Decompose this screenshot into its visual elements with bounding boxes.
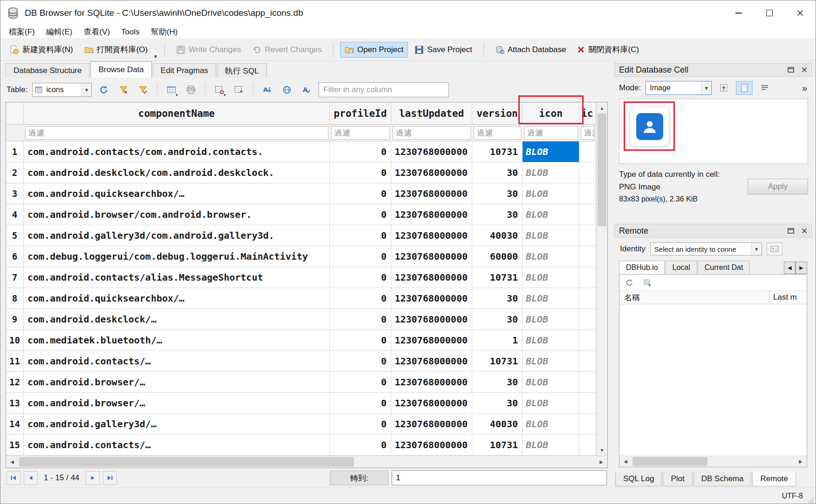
cell-component-name[interactable]: com.mediatek.bluetooth/…	[24, 330, 330, 351]
row-number[interactable]: 5	[6, 225, 24, 246]
filter-componentname-input[interactable]: 過濾	[25, 126, 328, 140]
cell-profile-id[interactable]: 0	[330, 288, 391, 309]
tab-browse-data[interactable]: Browse Data	[90, 61, 151, 78]
column-header-version[interactable]: version	[472, 102, 523, 125]
tab-db-schema[interactable]: DB Schema	[694, 472, 752, 486]
scroll-right-button[interactable]: ▶	[595, 456, 607, 468]
clear-filters-button[interactable]	[116, 82, 131, 97]
close-panel-button[interactable]	[802, 228, 807, 234]
float-panel-button[interactable]	[788, 228, 794, 234]
tab-remote[interactable]: Remote	[752, 472, 796, 486]
menu-edit[interactable]: 編輯(E)	[41, 26, 78, 38]
tab-scroll-right-button[interactable]: ▶	[796, 262, 807, 274]
cell-icon-blob[interactable]: BLOB	[523, 267, 579, 288]
horizontal-scrollbar[interactable]: ◀ ▶	[6, 456, 607, 468]
cell-last-updated[interactable]: 1230768000000	[391, 246, 472, 267]
cell-icon-blob[interactable]: BLOB	[523, 309, 579, 330]
sort-ascending-button[interactable]: A	[260, 82, 275, 97]
cell-icon-blob[interactable]: BLOB	[523, 330, 579, 351]
cell-component-name[interactable]: com.android.gallery3d/…	[24, 414, 330, 435]
cell-profile-id[interactable]: 0	[330, 351, 391, 372]
cell-last-updated[interactable]: 1230768000000	[391, 183, 472, 204]
cell-last-updated[interactable]: 1230768000000	[391, 309, 472, 330]
minimize-button[interactable]	[723, 0, 754, 26]
vertical-scrollbar[interactable]: ▲ ▼	[596, 102, 607, 456]
filter-partial-input[interactable]: 過濾	[581, 126, 595, 140]
cell-last-updated[interactable]: 1230768000000	[391, 372, 472, 393]
revert-changes-button[interactable]: Revert Changes	[247, 42, 326, 58]
float-panel-button[interactable]	[788, 67, 794, 73]
apply-button[interactable]: Apply	[748, 179, 808, 195]
row-number[interactable]: 2	[6, 162, 24, 183]
row-number[interactable]: 6	[6, 246, 24, 267]
previous-record-button[interactable]	[24, 471, 38, 485]
identity-certificate-button[interactable]	[767, 242, 782, 255]
goto-record-input[interactable]	[392, 470, 607, 485]
remote-column-last-modified[interactable]: Last m	[769, 291, 807, 304]
tab-local[interactable]: Local	[665, 261, 697, 274]
row-number[interactable]: 9	[6, 309, 24, 330]
cell-partial[interactable]	[579, 246, 596, 267]
resize-grip[interactable]	[807, 496, 814, 504]
open-database-dropdown-caret[interactable]: ▼	[153, 54, 158, 60]
filter-version-input[interactable]: 過濾	[474, 126, 521, 140]
cell-version[interactable]: 1	[472, 330, 523, 351]
horizontal-scroll-thumb[interactable]	[19, 457, 354, 467]
remote-column-name[interactable]: 名稱	[619, 291, 769, 304]
cell-partial[interactable]	[579, 288, 596, 309]
cell-partial[interactable]	[579, 393, 596, 414]
cell-icon-blob[interactable]: BLOB	[523, 372, 579, 393]
menu-help[interactable]: 幫助(H)	[145, 26, 184, 38]
cell-profile-id[interactable]: 0	[330, 246, 391, 267]
cell-icon-blob[interactable]: BLOB	[523, 393, 579, 414]
cell-version[interactable]: 10731	[472, 435, 523, 456]
menu-tools[interactable]: Tools	[116, 26, 145, 38]
tab-current-database[interactable]: Current Dat	[698, 261, 750, 274]
word-wrap-button[interactable]	[757, 81, 772, 95]
cell-partial[interactable]	[579, 162, 596, 183]
write-changes-button[interactable]: Write Changes	[171, 42, 245, 58]
cell-component-name[interactable]: com.android.quicksearchbox/…	[24, 288, 330, 309]
cell-profile-id[interactable]: 0	[330, 435, 391, 456]
cell-icon-blob[interactable]: BLOB	[523, 435, 579, 456]
open-database-button[interactable]: 打開資料庫(O)	[80, 41, 153, 58]
filter-lastupdated-input[interactable]: 過濾	[393, 126, 471, 140]
cell-icon-blob[interactable]: BLOB	[523, 204, 579, 225]
cell-component-name[interactable]: com.android.deskclock/com.android.deskcl…	[24, 162, 330, 183]
cell-last-updated[interactable]: 1230768000000	[391, 225, 472, 246]
cell-partial[interactable]	[579, 330, 596, 351]
cell-component-name[interactable]: com.android.contacts/com.android.contact…	[24, 141, 330, 162]
cell-partial[interactable]	[579, 351, 596, 372]
table-select[interactable]: icons ▼	[32, 83, 92, 97]
vertical-scroll-track[interactable]	[597, 114, 607, 444]
cell-version[interactable]: 40030	[472, 414, 523, 435]
filter-profileid-input[interactable]: 過濾	[331, 126, 390, 140]
row-number[interactable]: 8	[6, 288, 24, 309]
tab-database-structure[interactable]: Database Structure	[6, 63, 89, 78]
cell-partial[interactable]	[579, 372, 596, 393]
cell-profile-id[interactable]: 0	[330, 267, 391, 288]
column-header-profileid[interactable]: profileId	[330, 102, 391, 125]
close-database-button[interactable]: 關閉資料庫(C)	[572, 41, 644, 58]
cell-icon-blob[interactable]: BLOB	[523, 183, 579, 204]
scroll-up-button[interactable]: ▲	[597, 102, 607, 114]
cell-profile-id[interactable]: 0	[330, 162, 391, 183]
refresh-button[interactable]	[96, 82, 111, 97]
cell-version[interactable]: 30	[472, 372, 523, 393]
cell-last-updated[interactable]: 1230768000000	[391, 288, 472, 309]
cell-version[interactable]: 30	[472, 183, 523, 204]
filter-any-column-input[interactable]	[319, 82, 449, 97]
cell-component-name[interactable]: com.android.browser/com.android.browser.	[24, 204, 330, 225]
cell-partial[interactable]	[579, 435, 596, 456]
tab-scroll-left-button[interactable]: ◀	[784, 262, 796, 274]
row-number[interactable]: 7	[6, 267, 24, 288]
cell-last-updated[interactable]: 1230768000000	[391, 393, 472, 414]
cell-version[interactable]: 30	[472, 309, 523, 330]
cell-icon-blob[interactable]: BLOB	[523, 225, 579, 246]
cell-component-name[interactable]: com.debug.loggerui/com.debug.loggerui.Ma…	[24, 246, 330, 267]
goto-record-button[interactable]: 轉到:	[330, 470, 388, 485]
horizontal-scroll-track[interactable]	[632, 456, 795, 467]
filter-icon-input[interactable]: 過濾	[524, 126, 578, 140]
row-number[interactable]: 12	[6, 372, 24, 393]
cell-version[interactable]: 30	[472, 288, 523, 309]
